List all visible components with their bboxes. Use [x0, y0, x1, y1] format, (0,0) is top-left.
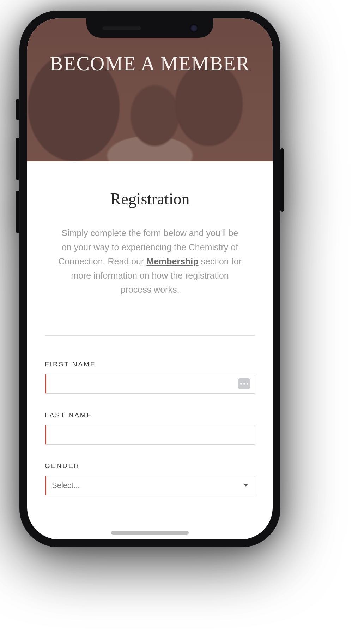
home-indicator[interactable] — [111, 531, 189, 535]
intro-text: Simply complete the form below and you'l… — [45, 226, 255, 297]
phone-frame: BECOME A MEMBER Registration Simply comp… — [19, 11, 280, 547]
hero-title: BECOME A MEMBER — [50, 52, 250, 75]
volume-down-button[interactable] — [16, 191, 19, 233]
chevron-down-icon — [243, 484, 248, 487]
ring-switch[interactable] — [16, 99, 19, 120]
content-area: Registration Simply complete the form be… — [27, 161, 273, 527]
gender-select[interactable]: Select... — [45, 476, 255, 495]
front-camera — [190, 25, 198, 32]
last-name-label: LAST NAME — [45, 411, 255, 419]
power-button[interactable] — [280, 148, 284, 212]
volume-up-button[interactable] — [16, 138, 19, 180]
section-title: Registration — [45, 190, 255, 208]
first-name-input[interactable] — [46, 374, 255, 393]
gender-label: GENDER — [45, 462, 255, 470]
notch — [86, 18, 213, 38]
last-name-input[interactable] — [46, 425, 255, 444]
gender-selected-value: Select... — [46, 481, 243, 490]
first-name-field: FIRST NAME — [45, 360, 255, 394]
divider — [45, 335, 255, 336]
first-name-input-wrap — [45, 374, 255, 394]
membership-link[interactable]: Membership — [146, 256, 198, 266]
last-name-field: LAST NAME — [45, 411, 255, 445]
autofill-icon[interactable] — [238, 378, 250, 389]
gender-field: GENDER Select... — [45, 462, 255, 495]
hero-banner: BECOME A MEMBER — [27, 18, 273, 161]
first-name-label: FIRST NAME — [45, 360, 255, 368]
screen: BECOME A MEMBER Registration Simply comp… — [27, 18, 273, 539]
last-name-input-wrap — [45, 425, 255, 445]
speaker-grille — [102, 26, 141, 30]
